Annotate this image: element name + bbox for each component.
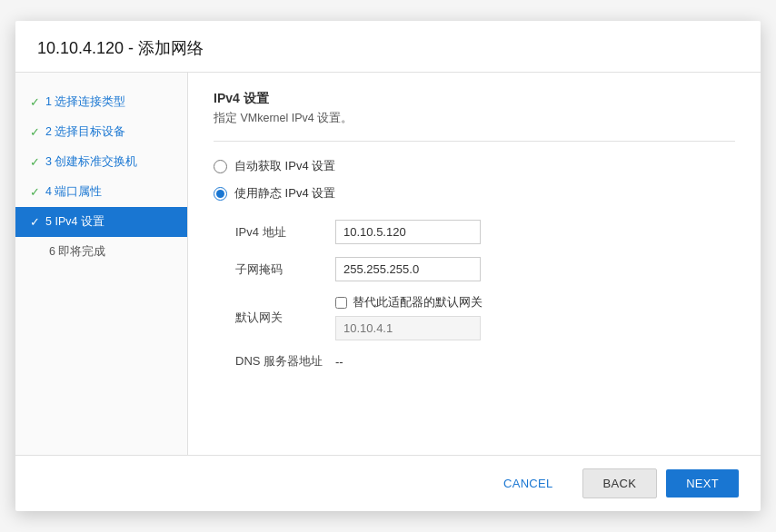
radio-auto-option[interactable]: 自动获取 IPv4 设置 xyxy=(214,158,735,174)
next-button[interactable]: NEXT xyxy=(666,469,739,498)
sidebar-item-5[interactable]: ✓5 IPv4 设置 xyxy=(15,207,187,237)
sidebar: ✓1 选择连接类型✓2 选择目标设备✓3 创建标准交换机✓4 端口属性✓5 IP… xyxy=(15,73,188,455)
form-content: 自动获取 IPv4 设置 使用静态 IPv4 设置 IPv4 地址 子网掩码 xyxy=(214,158,735,437)
check-icon: ✓ xyxy=(30,125,40,139)
gateway-checkbox[interactable] xyxy=(335,297,347,309)
check-icon: ✓ xyxy=(30,95,40,109)
check-icon: ✓ xyxy=(30,155,40,169)
sidebar-item-4[interactable]: ✓4 端口属性 xyxy=(15,177,187,207)
sidebar-item-label: 5 IPv4 设置 xyxy=(45,214,104,230)
dns-label: DNS 服务器地址 xyxy=(235,353,335,369)
dialog-footer: CANCEL BACK NEXT xyxy=(15,455,761,511)
ipv4-row: IPv4 地址 xyxy=(235,220,735,244)
check-icon: ✓ xyxy=(30,215,40,229)
gateway-checkbox-row: 替代此适配器的默认网关 xyxy=(335,294,483,310)
divider xyxy=(214,141,735,142)
fields-section: IPv4 地址 子网掩码 默认网关 替代此适配器的默认网关 xyxy=(235,220,735,369)
sidebar-item-label: 1 选择连接类型 xyxy=(45,94,125,110)
gateway-checkbox-label: 替代此适配器的默认网关 xyxy=(353,294,483,310)
sidebar-item-3[interactable]: ✓3 创建标准交换机 xyxy=(15,147,187,177)
subnet-row: 子网掩码 xyxy=(235,257,735,281)
main-content: IPv4 设置 指定 VMkernel IPv4 设置。 自动获取 IPv4 设… xyxy=(188,73,761,455)
sidebar-item-label: 2 选择目标设备 xyxy=(45,124,125,140)
radio-auto-input[interactable] xyxy=(214,160,227,173)
radio-static-input[interactable] xyxy=(214,187,227,201)
radio-auto-label: 自动获取 IPv4 设置 xyxy=(234,158,335,174)
gateway-row: 默认网关 替代此适配器的默认网关 xyxy=(235,294,735,340)
subnet-input[interactable] xyxy=(335,257,481,281)
ipv4-input[interactable] xyxy=(335,220,481,244)
gateway-input[interactable] xyxy=(335,316,481,340)
dialog-body: ✓1 选择连接类型✓2 选择目标设备✓3 创建标准交换机✓4 端口属性✓5 IP… xyxy=(15,73,761,455)
sidebar-item-2[interactable]: ✓2 选择目标设备 xyxy=(15,117,187,147)
add-network-dialog: 10.10.4.120 - 添加网络 ✓1 选择连接类型✓2 选择目标设备✓3 … xyxy=(15,21,761,511)
ipv4-label: IPv4 地址 xyxy=(235,224,335,241)
radio-group: 自动获取 IPv4 设置 使用静态 IPv4 设置 xyxy=(214,158,735,202)
section-subtitle: 指定 VMkernel IPv4 设置。 xyxy=(214,111,735,126)
dns-value: -- xyxy=(335,355,343,369)
sidebar-item-6[interactable]: 6 即将完成 xyxy=(15,237,187,267)
subnet-label: 子网掩码 xyxy=(235,261,335,278)
section-title: IPv4 设置 xyxy=(214,91,735,107)
sidebar-item-1[interactable]: ✓1 选择连接类型 xyxy=(15,87,187,117)
sidebar-item-label: 4 端口属性 xyxy=(45,184,102,200)
cancel-button[interactable]: CANCEL xyxy=(483,469,573,498)
gateway-content: 替代此适配器的默认网关 xyxy=(335,294,483,340)
gateway-label: 默认网关 xyxy=(235,310,335,326)
radio-static-label: 使用静态 IPv4 设置 xyxy=(234,185,335,202)
dialog-title: 10.10.4.120 - 添加网络 xyxy=(15,21,761,73)
sidebar-item-label: 3 创建标准交换机 xyxy=(45,154,137,170)
radio-static-option[interactable]: 使用静态 IPv4 设置 xyxy=(214,185,735,202)
sidebar-item-label: 6 即将完成 xyxy=(49,244,105,260)
dns-row: DNS 服务器地址 -- xyxy=(235,353,735,369)
back-button[interactable]: BACK xyxy=(582,468,658,498)
check-icon: ✓ xyxy=(30,185,40,199)
